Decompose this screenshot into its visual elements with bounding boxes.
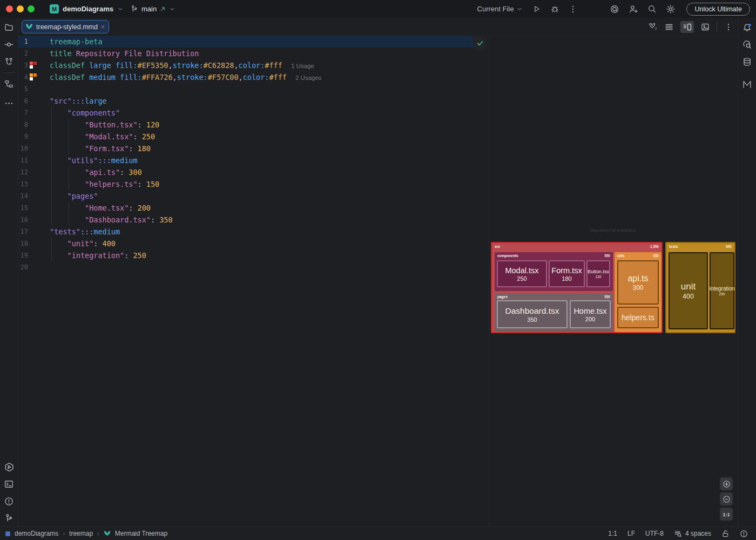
preview-only-view-icon[interactable] (701, 23, 710, 31)
run-button[interactable] (532, 4, 541, 14)
code-line-9[interactable]: 9 "Modal.tsx": 250 (18, 131, 489, 143)
ai-search-icon[interactable] (742, 40, 752, 49)
treemap-section-components[interactable]: components 550 Modal.tsx 250 Form.tsx 18… (495, 252, 613, 291)
code-line-13[interactable]: 13 "helpers.ts": 150 (18, 178, 489, 190)
treemap-cell-helpers[interactable]: helpers.ts (617, 307, 659, 328)
error-indicator-icon[interactable] (740, 530, 748, 538)
problems-icon[interactable] (4, 497, 14, 506)
structure-icon[interactable] (4, 79, 14, 89)
minimize-window-button[interactable] (17, 5, 24, 12)
treemap-cell-integration[interactable]: integration 250 (710, 252, 734, 329)
cell-value: 300 (632, 284, 643, 292)
treemap-cell-form[interactable]: Form.tsx 180 (549, 260, 585, 287)
line-number: 16 (18, 214, 28, 226)
code-text: "src":::large (50, 95, 107, 107)
code-line-20[interactable]: 20 (18, 261, 489, 273)
debug-button[interactable] (550, 4, 559, 14)
section-total: 450 (653, 254, 659, 258)
code-line-18[interactable]: 18 "unit": 400 (18, 238, 489, 249)
mermaid-toolwindow-icon[interactable] (742, 80, 752, 89)
git-toolwindow-icon[interactable] (4, 514, 14, 523)
mermaid-settings-icon[interactable]: ? (649, 22, 658, 31)
inspections-ok-widget[interactable] (473, 36, 487, 50)
code-text: "Dashboard.tsx": 350 (50, 214, 173, 226)
treemap-cell-home[interactable]: Home.tsx 200 (570, 300, 611, 328)
breadcrumb-folder[interactable]: treemap (69, 530, 93, 537)
terminal-icon[interactable] (4, 480, 14, 489)
code-line-19[interactable]: 19 "integration": 250 (18, 249, 489, 261)
ai-assistant-icon[interactable] (610, 4, 619, 14)
zoom-in-button[interactable] (720, 477, 733, 490)
settings-gear-icon[interactable] (666, 4, 676, 14)
cell-value: 250 (719, 292, 725, 296)
more-actions-button[interactable] (569, 5, 577, 14)
code-line-7[interactable]: 7 "components" (18, 107, 489, 119)
treemap-section-utils[interactable]: utils 450 api.ts 300 helpers.ts (615, 252, 662, 332)
notifications-bell-icon[interactable] (742, 23, 752, 32)
unlocked-icon[interactable] (721, 530, 730, 538)
code-editor[interactable]: 1treemap-beta2title Repository File Dist… (18, 36, 489, 526)
services-icon[interactable] (4, 462, 14, 472)
unlock-ultimate-button[interactable]: Unlock Ultimate (686, 3, 750, 16)
code-line-8[interactable]: 8 "Button.tsx": 120 (18, 119, 489, 131)
treemap-cell-api[interactable]: api.ts 300 (617, 260, 659, 305)
zoom-reset-button[interactable]: 1:1 (720, 508, 733, 521)
line-separator[interactable]: LF (627, 530, 635, 537)
tab-close-icon[interactable]: × (101, 24, 105, 30)
more-toolwindows-icon[interactable] (4, 99, 14, 108)
editor-only-view-icon[interactable] (665, 23, 673, 31)
code-line-4[interactable]: 4classDef medium fill:#FFA726,stroke:#F5… (18, 71, 489, 83)
code-line-10[interactable]: 10 "Form.tsx": 180 (18, 143, 489, 154)
project-icon: M (50, 4, 59, 14)
file-encoding[interactable]: UTF-8 (645, 530, 664, 537)
pull-requests-icon[interactable] (4, 57, 14, 66)
code-line-12[interactable]: 12 "api.ts": 300 (18, 166, 489, 178)
treemap-cell-dashboard[interactable]: Dashboard.tsx 350 (497, 300, 568, 328)
treemap-section-pages[interactable]: pages 550 Dashboard.tsx 350 Home.tsx 200 (495, 293, 613, 332)
editor-and-preview-view-button[interactable] (680, 21, 694, 33)
breadcrumb: demoDiagrams › treemap › Mermaid Treemap (0, 530, 167, 537)
search-icon[interactable] (647, 4, 657, 14)
project-folder-icon[interactable] (4, 23, 14, 32)
code-line-17[interactable]: 17"tests":::medium (18, 226, 489, 238)
code-line-15[interactable]: 15 "Home.tsx": 200 (18, 202, 489, 214)
code-with-me-icon[interactable] (629, 4, 638, 14)
treemap-section-tests[interactable]: tests 650 unit 400 integration 250 (665, 242, 735, 333)
code-line-3[interactable]: 3classDef large fill:#EF5350,stroke:#C62… (18, 59, 489, 71)
code-text: treemap-beta (50, 36, 103, 48)
caret-position[interactable]: 1:1 (608, 530, 617, 537)
code-line-6[interactable]: 6"src":::large (18, 95, 489, 107)
code-line-14[interactable]: 14 "pages" (18, 190, 489, 202)
chevron-down-icon (117, 6, 124, 12)
usages-inlay-hint[interactable]: 1 Usage (291, 63, 314, 69)
cell-value: 400 (683, 293, 694, 300)
breadcrumb-project[interactable]: demoDiagrams (15, 530, 58, 537)
indent-setting[interactable]: 4 spaces (674, 530, 711, 538)
commit-icon[interactable] (4, 40, 14, 49)
branch-widget[interactable]: main (130, 0, 176, 18)
usages-inlay-hint[interactable]: 2 Usages (295, 75, 322, 81)
zoom-out-button[interactable] (720, 492, 733, 505)
code-line-11[interactable]: 11 "utils":::medium (18, 154, 489, 166)
titlebar: M demoDiagrams main Current File (0, 0, 756, 18)
maximize-window-button[interactable] (28, 5, 35, 12)
code-line-16[interactable]: 16 "Dashboard.tsx": 350 (18, 214, 489, 226)
treemap-cell-button[interactable]: Button.tsx 120 (586, 260, 610, 287)
code-line-1[interactable]: 1treemap-beta (18, 36, 489, 48)
cell-name: Form.tsx (551, 266, 582, 275)
color-preview-swatch[interactable] (30, 62, 37, 69)
editor-kebab-menu-icon[interactable] (724, 23, 733, 31)
run-configuration-selector[interactable]: Current File (477, 5, 523, 13)
code-line-2[interactable]: 2title Repository File Distribution (18, 48, 489, 59)
tab-treemap-styled[interactable]: treemap-styled.mmd × (22, 20, 109, 33)
close-window-button[interactable] (6, 5, 13, 12)
code-line-5[interactable]: 5 (18, 83, 489, 95)
indent-detect-icon (674, 530, 682, 538)
database-icon[interactable] (742, 57, 752, 66)
treemap-cell-unit[interactable]: unit 400 (669, 252, 708, 329)
breadcrumb-file[interactable]: Mermaid Treemap (115, 530, 167, 537)
treemap-section-src[interactable]: src 1,550 components 550 Modal.tsx 250 F… (491, 242, 663, 333)
treemap-cell-modal[interactable]: Modal.tsx 250 (497, 260, 547, 287)
project-widget[interactable]: M demoDiagrams (50, 0, 124, 18)
color-preview-swatch[interactable] (30, 73, 37, 81)
